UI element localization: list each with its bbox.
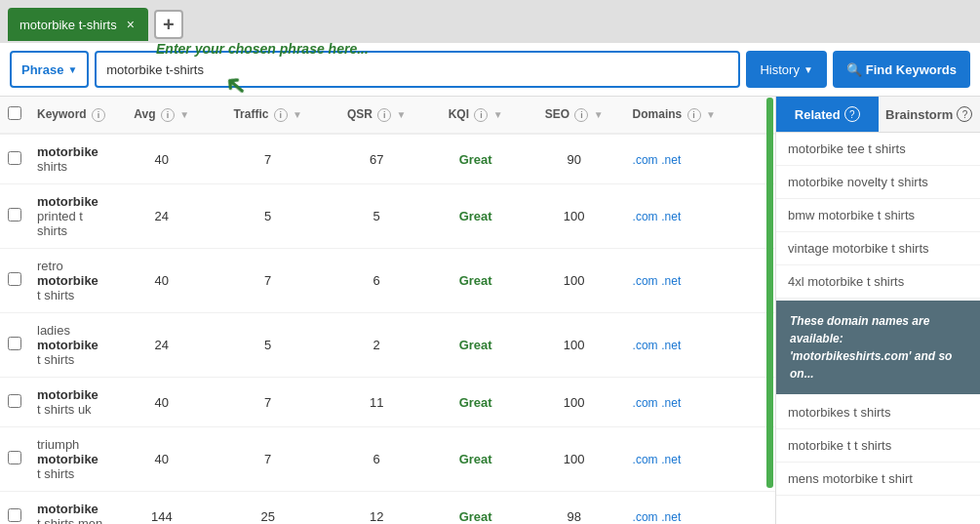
phrase-label: Phrase <box>21 62 63 77</box>
bar-cell <box>760 492 775 525</box>
keyword-prefix: retro <box>37 259 63 273</box>
table-row: ladies motorbike t shirts 24 5 2 Great 1… <box>0 313 775 378</box>
keyword-bold: motorbike <box>37 387 98 402</box>
tab-bar: motorbike t-shirts × + <box>0 0 980 43</box>
table-row: motorbike shirts 40 7 67 Great 90 .com .… <box>0 134 775 184</box>
avg-info-icon[interactable]: i <box>161 108 175 122</box>
related-item[interactable]: motorbike tee t shirts <box>776 133 980 166</box>
search-bar: Phrase ▼ Enter your chosen phrase here..… <box>0 43 980 97</box>
phrase-dropdown[interactable]: Phrase ▼ <box>10 51 89 88</box>
tab-label: motorbike t-shirts <box>20 18 117 32</box>
keyword-suffix: shirts <box>37 159 67 174</box>
com-link[interactable]: .com <box>633 210 658 223</box>
com-link[interactable]: .com <box>633 453 658 466</box>
qsr-info-icon[interactable]: i <box>377 108 391 122</box>
brainstorm-tab[interactable]: Brainstorm ? <box>879 97 981 132</box>
net-link[interactable]: .net <box>661 396 681 410</box>
domains-cell: .com .net <box>625 427 760 492</box>
select-all-checkbox[interactable] <box>8 106 21 120</box>
keyword-suffix: t shirts <box>37 288 74 302</box>
keyword-info-icon[interactable]: i <box>92 108 105 122</box>
related-tab[interactable]: Related ? <box>776 97 879 132</box>
row-checkbox[interactable] <box>8 394 21 408</box>
com-link[interactable]: .com <box>633 274 658 288</box>
avg-col-label: Avg <box>134 107 155 121</box>
com-link[interactable]: .com <box>633 339 658 352</box>
avg-cell: 24 <box>113 184 211 249</box>
add-tab-button[interactable]: + <box>154 10 183 39</box>
row-checkbox[interactable] <box>8 151 21 165</box>
keyword-cell: motorbike shirts <box>29 134 113 184</box>
related-item[interactable]: vintage motorbike t shirts <box>776 232 980 265</box>
net-link[interactable]: .net <box>661 210 681 223</box>
traffic-cell: 5 <box>211 184 326 249</box>
traffic-col-header[interactable]: Traffic i ▼ <box>211 97 326 134</box>
net-link[interactable]: .net <box>661 274 681 288</box>
related-item[interactable]: motorbike t t shirts <box>776 429 980 463</box>
related-item[interactable]: mens motorbike t shirt <box>776 463 980 496</box>
qsr-sort-icon: ▼ <box>397 109 407 120</box>
seo-cell: 100 <box>524 184 625 249</box>
table-row: retro motorbike t shirts 40 7 6 Great 10… <box>0 249 775 313</box>
keyword-col-header[interactable]: Keyword i <box>29 97 113 134</box>
related-item[interactable]: motorbike novelty t shirts <box>776 166 980 199</box>
seo-cell: 100 <box>524 378 625 427</box>
history-button[interactable]: History ▼ <box>746 51 826 88</box>
seo-info-icon[interactable]: i <box>574 108 588 122</box>
row-checkbox[interactable] <box>8 208 21 222</box>
avg-cell: 40 <box>113 427 211 492</box>
avg-col-header[interactable]: Avg i ▼ <box>113 97 211 134</box>
avg-cell: 40 <box>113 378 211 427</box>
related-help-icon[interactable]: ? <box>844 106 860 122</box>
seo-col-label: SEO <box>545 107 569 121</box>
kqi-cell: Great <box>428 427 524 492</box>
domains-col-header[interactable]: Domains i ▼ <box>625 97 760 134</box>
kqi-cell: Great <box>428 492 524 525</box>
qsr-col-label: QSR <box>347 107 372 121</box>
kqi-col-header[interactable]: KQI i ▼ <box>428 97 524 134</box>
row-checkbox-cell <box>0 378 29 427</box>
keyword-prefix: triumph <box>37 437 79 452</box>
keyword-bold: motorbike <box>37 194 98 209</box>
row-checkbox[interactable] <box>8 272 21 286</box>
find-keywords-button[interactable]: 🔍 Find Keywords <box>833 51 970 88</box>
avg-cell: 40 <box>113 134 211 184</box>
keyword-bold: motorbike <box>37 338 98 352</box>
table-row: motorbike t shirts uk 40 7 11 Great 100 … <box>0 378 775 427</box>
row-checkbox[interactable] <box>8 451 21 464</box>
main-layout: Keyword i Avg i ▼ Traffic i ▼ QSR <box>0 97 980 524</box>
com-link[interactable]: .com <box>633 153 658 167</box>
right-panel-tabs: Related ? Brainstorm ? <box>776 97 980 133</box>
seo-col-header[interactable]: SEO i ▼ <box>524 97 625 134</box>
table-section: Keyword i Avg i ▼ Traffic i ▼ QSR <box>0 97 775 524</box>
table-header-row: Keyword i Avg i ▼ Traffic i ▼ QSR <box>0 97 775 134</box>
net-link[interactable]: .net <box>661 153 681 167</box>
traffic-cell: 25 <box>211 492 326 525</box>
traffic-cell: 7 <box>211 249 326 313</box>
related-item[interactable]: motorbikes t shirts <box>776 396 980 429</box>
main-tab[interactable]: motorbike t-shirts × <box>8 8 148 41</box>
qsr-col-header[interactable]: QSR i ▼ <box>326 97 428 134</box>
com-link[interactable]: .com <box>633 396 658 410</box>
search-input[interactable] <box>95 51 740 88</box>
net-link[interactable]: .net <box>661 339 681 352</box>
brainstorm-help-icon[interactable]: ? <box>957 106 972 122</box>
checkbox-col-header <box>0 97 29 134</box>
related-item[interactable]: 4xl motorbike t shirts <box>776 265 980 299</box>
row-checkbox[interactable] <box>8 337 21 350</box>
related-item[interactable]: bmw motorbike t shirts <box>776 199 980 232</box>
traffic-info-icon[interactable]: i <box>274 108 288 122</box>
domains-info-icon[interactable]: i <box>687 108 701 122</box>
keyword-bold: motorbike <box>37 452 98 466</box>
net-link[interactable]: .net <box>661 453 681 466</box>
keyword-cell: retro motorbike t shirts <box>29 249 113 313</box>
avg-cell: 24 <box>113 313 211 378</box>
com-link[interactable]: .com <box>633 510 658 524</box>
keyword-suffix: t shirts men <box>37 516 102 524</box>
row-checkbox[interactable] <box>8 508 21 522</box>
related-list: motorbike tee t shirtsmotorbike novelty … <box>776 133 980 524</box>
net-link[interactable]: .net <box>661 510 681 524</box>
domains-cell: .com .net <box>625 184 760 249</box>
close-tab-button[interactable]: × <box>125 18 137 31</box>
kqi-info-icon[interactable]: i <box>474 108 488 122</box>
